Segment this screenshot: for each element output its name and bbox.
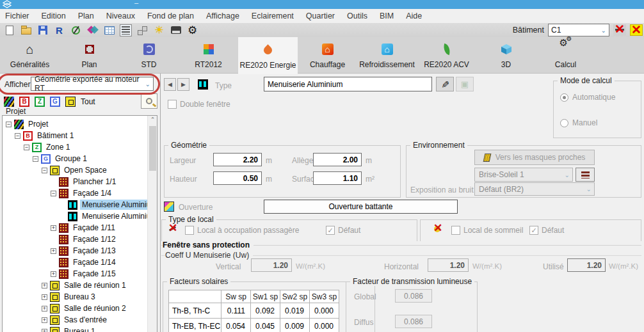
- tab-refroidissement[interactable]: Refroidissement: [357, 37, 417, 74]
- expand-icon[interactable]: [51, 271, 56, 277]
- collapse-icon[interactable]: [24, 145, 29, 150]
- sommeil-defaut-checkbox[interactable]: [529, 226, 538, 235]
- tree-item-bureau-3[interactable]: Bureau 3: [3, 291, 149, 303]
- diffus-input[interactable]: 0.086: [395, 315, 432, 328]
- menu-outils[interactable]: Outils: [347, 12, 367, 20]
- screen-icon[interactable]: [170, 24, 182, 36]
- filter-project-icon[interactable]: [4, 97, 14, 107]
- prev-element-button[interactable]: ◀: [164, 78, 176, 91]
- occupation-defaut-checkbox[interactable]: [326, 226, 335, 235]
- menu-affichage[interactable]: Affichage: [206, 12, 239, 20]
- toggle-crossed-icon-2[interactable]: [630, 24, 643, 36]
- tree-item-groupe-1[interactable]: Groupe 1: [3, 153, 149, 164]
- expand-icon[interactable]: [42, 294, 47, 300]
- collapse-icon[interactable]: [6, 122, 12, 127]
- menu-aide[interactable]: Aide: [406, 12, 422, 20]
- scrollbar-thumb[interactable]: [149, 126, 156, 171]
- expand-icon[interactable]: [42, 283, 47, 289]
- edit-type-button[interactable]: [436, 77, 454, 91]
- surface-input[interactable]: 1.10: [313, 171, 362, 185]
- tree-item-facade-1-13[interactable]: Façade 1/13: [3, 245, 149, 257]
- filter-zone-icon[interactable]: [35, 97, 45, 107]
- hauteur-input[interactable]: 0.50: [213, 171, 262, 185]
- expand-icon[interactable]: [51, 248, 56, 254]
- menu-fichier[interactable]: Fichier: [5, 12, 29, 20]
- bim-object-icon[interactable]: [86, 24, 99, 36]
- tree-item-salle-reunion-1[interactable]: Salle de réunion 1: [3, 280, 149, 291]
- double-fenetre-checkbox[interactable]: [168, 100, 177, 109]
- toggle-crossed-icon-1[interactable]: [613, 24, 626, 36]
- tab-generalites[interactable]: Généralités: [0, 37, 60, 74]
- filter-local-icon[interactable]: [65, 97, 76, 107]
- tree-item-bureau-1[interactable]: Bureau 1: [3, 326, 149, 332]
- menu-niveaux[interactable]: Niveaux: [106, 12, 135, 20]
- menu-quartier[interactable]: Quartier: [306, 12, 335, 20]
- largeur-input[interactable]: 2.20: [213, 153, 262, 166]
- tree-item-open-space[interactable]: Open Space: [3, 164, 149, 176]
- menu-edition[interactable]: Edition: [42, 12, 66, 20]
- tree-item-salle-reunion-2[interactable]: Salle de réunion 2: [3, 303, 149, 314]
- collapse-icon[interactable]: [15, 133, 20, 139]
- tab-re2020-acv[interactable]: RE2020 ACV: [417, 37, 476, 74]
- tree-item-plancher-1-1[interactable]: Plancher 1/1: [3, 176, 149, 187]
- occupation-passagere-checkbox[interactable]: [185, 226, 194, 235]
- manuel-radio[interactable]: [560, 119, 568, 127]
- utilise-input[interactable]: 1.20: [567, 258, 606, 272]
- menu-eclairement[interactable]: Eclairement: [252, 12, 294, 20]
- tab-std[interactable]: STD: [119, 37, 179, 74]
- allege-input[interactable]: 2.00: [313, 153, 362, 166]
- menu-fond-de-plan[interactable]: Fond de plan: [147, 12, 194, 20]
- collapse-icon[interactable]: [42, 168, 47, 173]
- revit-icon[interactable]: [53, 24, 65, 36]
- global-input[interactable]: 0.086: [395, 289, 432, 303]
- tree-item-facade-1-15[interactable]: Façade 1/15: [3, 268, 149, 280]
- collapse-icon[interactable]: [51, 191, 56, 196]
- menu-plan[interactable]: Plan: [78, 12, 94, 20]
- afficher-select[interactable]: Géométrie exportée au moteur RT ⌄: [31, 77, 154, 91]
- brise-soleil-select[interactable]: Brise-Soleil 1 ⌄: [474, 168, 573, 182]
- list-view-icon[interactable]: [120, 24, 132, 36]
- table-view-icon[interactable]: [103, 24, 115, 36]
- masques-proches-button[interactable]: Vers les masques proches: [474, 150, 595, 165]
- tree-scrollbar[interactable]: ⌃: [147, 116, 157, 332]
- tab-chauffage[interactable]: Chauffage: [298, 37, 357, 74]
- expand-icon[interactable]: [42, 329, 47, 332]
- tree-item-projet[interactable]: Projet: [3, 118, 149, 130]
- scroll-up-icon[interactable]: ⌃: [148, 116, 157, 123]
- menu-bim[interactable]: BIM: [380, 12, 394, 20]
- vertical-input[interactable]: 1.20: [251, 258, 292, 272]
- new-file-icon[interactable]: [3, 24, 15, 36]
- tab-calcul[interactable]: Calcul: [536, 37, 595, 74]
- collapse-icon[interactable]: [33, 156, 38, 162]
- settings-gear-icon[interactable]: [186, 24, 198, 36]
- tree-item-facade-1-14[interactable]: Façade 1/14: [3, 257, 149, 268]
- exposition-select[interactable]: Défaut (BR2) ⌄: [474, 182, 595, 196]
- filter-tout-label[interactable]: Tout: [81, 97, 95, 106]
- tab-rt2012[interactable]: RT2012: [179, 37, 238, 74]
- batiment-select[interactable]: C1 ⌄: [548, 24, 609, 36]
- tab-re2020-energie[interactable]: RE2020 Energie: [238, 37, 298, 74]
- link-nodes-icon[interactable]: [136, 24, 149, 36]
- search-button[interactable]: [141, 93, 157, 109]
- next-element-button[interactable]: ▶: [177, 78, 189, 91]
- tree-item-facade-1-4[interactable]: Façade 1/4: [3, 187, 149, 199]
- expand-icon[interactable]: [51, 225, 56, 231]
- tree-item-menuiserie-2[interactable]: Menuiserie Aluminium: [3, 210, 149, 222]
- brise-soleil-list-button[interactable]: [576, 168, 595, 182]
- horizontal-input[interactable]: 1.20: [428, 258, 469, 272]
- compass-icon[interactable]: [70, 24, 82, 36]
- sun-icon[interactable]: [153, 24, 165, 36]
- expand-icon[interactable]: [42, 317, 47, 323]
- filter-batiment-icon[interactable]: [19, 97, 29, 107]
- local-sommeil-checkbox[interactable]: [451, 226, 460, 235]
- tab-plan[interactable]: Plan: [60, 37, 119, 74]
- tab-3d[interactable]: 3D: [476, 37, 536, 74]
- tree-item-facade-1-12[interactable]: Façade 1/12: [3, 233, 149, 245]
- open-file-icon[interactable]: [20, 24, 32, 36]
- expand-icon[interactable]: [42, 306, 47, 312]
- save-icon[interactable]: [36, 24, 49, 36]
- tree-item-zone-1[interactable]: Zone 1: [3, 141, 149, 153]
- automatique-radio[interactable]: [560, 93, 568, 102]
- tree-item-facade-1-11[interactable]: Façade 1/11: [3, 222, 149, 233]
- picture-button[interactable]: [456, 77, 474, 91]
